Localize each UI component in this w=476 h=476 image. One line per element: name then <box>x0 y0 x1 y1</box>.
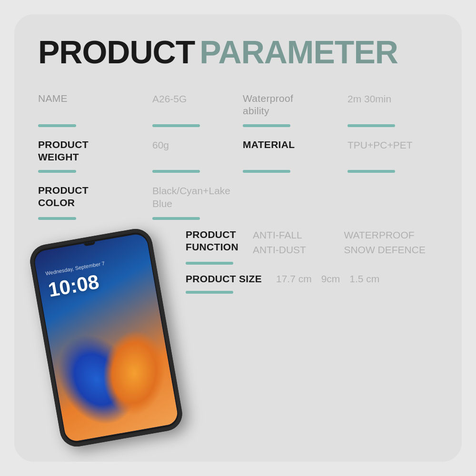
function-item-1: ANTI-FALL <box>253 228 335 241</box>
color-bar <box>38 217 76 220</box>
name-value-cell: A26-5G <box>152 85 243 131</box>
waterproof-bar <box>243 124 290 127</box>
title-row: PRODUCT PARAMETER <box>38 33 438 70</box>
material-val-bar <box>347 170 395 173</box>
material-value: TPU+PC+PET <box>347 139 433 151</box>
material-label-cell: MATERIAL <box>243 131 347 177</box>
size-val-2: 9cm <box>321 272 340 285</box>
weight-label: PRODUCT WEIGHT <box>38 139 148 164</box>
size-row: PRODUCT SIZE 17.7 cm 9cm 1.5 cm <box>186 272 438 285</box>
screen-gradient: Wednesday, September 7 10:08 <box>33 233 179 443</box>
material-label: MATERIAL <box>243 139 343 151</box>
waterproof-val-bar <box>347 124 395 127</box>
empty-cell-1 <box>243 177 347 224</box>
name-value: A26-5G <box>152 92 238 105</box>
function-item-4: SNOW DEFENCE <box>344 243 426 256</box>
title-parameter: PARAMETER <box>199 33 398 70</box>
bottom-params: PRODUCT FUNCTION ANTI-FALL WATERPROOF AN… <box>186 228 438 298</box>
phone-wrapper: Wednesday, September 7 10:08 <box>28 226 185 449</box>
color-value-cell: Black/Cyan+Lake Blue <box>152 177 243 224</box>
phone-screen: Wednesday, September 7 10:08 <box>33 233 179 443</box>
waterproof-label: Waterproof ability <box>243 92 343 118</box>
weight-label-cell: PRODUCT WEIGHT <box>38 131 152 177</box>
params-section: NAME A26-5G Waterproof ability 2m 30min <box>38 85 438 224</box>
name-val-bar <box>152 124 200 127</box>
color-val-bar <box>152 217 200 220</box>
function-block: PRODUCT FUNCTION ANTI-FALL WATERPROOF AN… <box>186 228 438 269</box>
waterproof-value: 2m 30min <box>347 92 433 105</box>
weight-bar <box>38 170 76 173</box>
name-bar <box>38 124 76 127</box>
size-val-1: 17.7 cm <box>276 272 312 285</box>
name-label: NAME <box>38 92 148 105</box>
waterproof-label-cell: Waterproof ability <box>243 85 347 131</box>
color-label: PRODUCT COLOR <box>38 184 148 209</box>
function-row: PRODUCT FUNCTION ANTI-FALL WATERPROOF AN… <box>186 228 438 257</box>
material-value-cell: TPU+PC+PET <box>347 131 438 177</box>
phone-outer: Wednesday, September 7 10:08 <box>28 226 185 449</box>
size-block: PRODUCT SIZE 17.7 cm 9cm 1.5 cm <box>186 272 438 298</box>
empty-cell-2 <box>347 177 438 224</box>
title-product: PRODUCT <box>38 33 195 70</box>
function-values: ANTI-FALL WATERPROOF ANTI-DUST SNOW DEFE… <box>253 228 426 257</box>
waterproof-value-cell: 2m 30min <box>347 85 438 131</box>
phone-time: 10:08 <box>47 270 101 302</box>
color-label-cell: PRODUCT COLOR <box>38 177 152 224</box>
phone-illustration: Wednesday, September 7 10:08 <box>29 228 209 443</box>
weight-value-cell: 60g <box>152 131 243 177</box>
color-value: Black/Cyan+Lake Blue <box>152 184 238 210</box>
size-values: 17.7 cm 9cm 1.5 cm <box>276 272 379 285</box>
function-item-3: ANTI-DUST <box>253 243 335 256</box>
function-item-2: WATERPROOF <box>344 228 426 241</box>
name-label-cell: NAME <box>38 85 152 131</box>
material-bar <box>243 170 290 173</box>
size-val-3: 1.5 cm <box>349 272 379 285</box>
weight-value: 60g <box>152 139 238 151</box>
product-card: PRODUCT PARAMETER NAME A26-5G Waterproof… <box>14 14 462 462</box>
weight-val-bar <box>152 170 200 173</box>
